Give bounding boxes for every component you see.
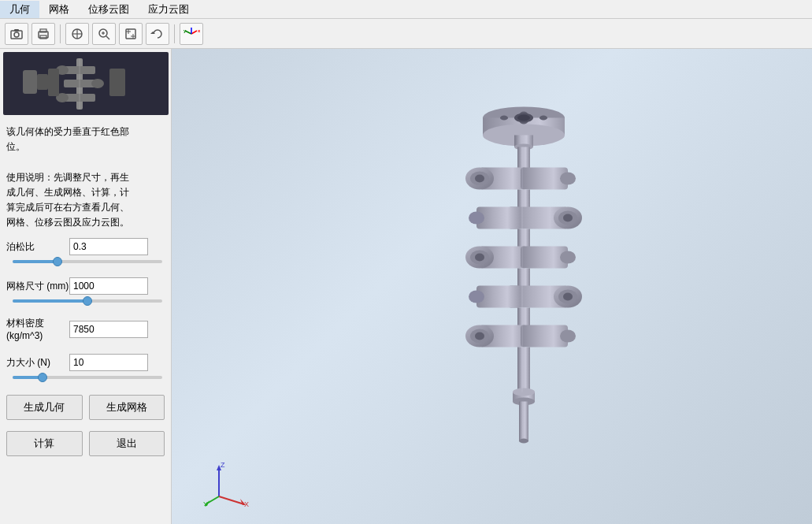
meshsize-row: 网格尺寸 (mm) (6, 277, 165, 295)
svg-point-1 (14, 32, 19, 37)
generate-mesh-button[interactable]: 生成网格 (89, 395, 165, 420)
svg-text:z: z (191, 27, 193, 28)
description-text: 该几何体的受力垂直于红色部 位。 使用说明：先调整尺寸，再生 成几何、生成网格、… (0, 118, 171, 233)
desc-line7: 网格、位移云图及应力云图。 (6, 215, 165, 230)
meshsize-slider-container (6, 298, 165, 307)
svg-point-66 (475, 253, 484, 261)
3d-viewport[interactable]: Z X Y (172, 49, 812, 524)
meshsize-label: 网格尺寸 (mm) (6, 280, 69, 293)
desc-line4: 使用说明：先调整尺寸，再生 (6, 170, 165, 185)
poisson-row: 泊松比 (6, 238, 165, 255)
poisson-slider[interactable] (13, 260, 162, 263)
desc-line6: 算完成后可在右方查看几何、 (6, 200, 165, 215)
meshsize-input[interactable] (69, 277, 148, 295)
button-row-2: 计算 退出 (0, 425, 171, 461)
svg-point-80 (475, 332, 484, 340)
svg-rect-83 (517, 347, 530, 394)
poisson-label: 泊松比 (6, 240, 69, 254)
svg-point-45 (517, 114, 530, 121)
menu-mesh[interactable]: 网格 (39, 1, 79, 18)
fit-button[interactable] (119, 23, 143, 45)
svg-point-52 (475, 174, 484, 182)
svg-point-68 (560, 251, 576, 263)
poisson-input[interactable] (69, 238, 148, 255)
left-panel: 该几何体的受力垂直于红色部 位。 使用说明：先调整尺寸，再生 成几何、生成网格、… (0, 49, 172, 524)
svg-point-42 (539, 115, 547, 120)
svg-point-54 (560, 172, 576, 184)
axes-indicator: Z X Y (203, 461, 243, 500)
generate-geometry-button[interactable]: 生成几何 (6, 395, 83, 420)
poisson-section: 泊松比 (0, 233, 171, 273)
meshsize-slider[interactable] (13, 299, 162, 303)
toolbar-sep-2 (174, 24, 175, 43)
density-row: 材料密度 (kg/m^3) (6, 317, 165, 341)
svg-text:x: x (198, 28, 200, 33)
axes-button[interactable]: x y z (180, 23, 203, 45)
svg-rect-33 (23, 70, 37, 94)
density-input[interactable] (69, 321, 148, 338)
svg-rect-4 (40, 29, 46, 32)
svg-line-19 (191, 31, 197, 34)
view-button[interactable] (65, 23, 89, 45)
exit-button[interactable]: 退出 (89, 431, 165, 456)
camera-button[interactable] (5, 23, 28, 45)
force-input[interactable] (69, 354, 148, 371)
menu-displacement[interactable]: 位移云图 (79, 1, 139, 18)
svg-point-82 (560, 329, 576, 342)
svg-text:Y: Y (203, 500, 208, 508)
svg-rect-5 (40, 35, 46, 39)
svg-point-88 (519, 438, 528, 443)
zoom-button[interactable] (92, 23, 116, 45)
force-label: 力大小 (N) (6, 356, 69, 370)
desc-line2: 位。 (6, 139, 165, 154)
poisson-slider-container (6, 258, 165, 268)
svg-point-75 (469, 290, 484, 303)
3d-model (398, 76, 650, 496)
toolbar-sep-1 (60, 24, 61, 43)
svg-text:Z: Z (221, 461, 225, 469)
button-row-1: 生成几何 生成网格 (0, 388, 171, 425)
svg-point-30 (91, 79, 104, 88)
svg-point-73 (563, 292, 573, 300)
svg-rect-34 (37, 74, 48, 90)
svg-text:X: X (244, 500, 249, 508)
force-section: 力大小 (N) (0, 349, 171, 388)
menu-geometry[interactable]: 几何 (0, 1, 39, 18)
force-slider[interactable] (13, 376, 162, 379)
svg-point-85 (513, 388, 535, 396)
calculate-button[interactable]: 计算 (6, 431, 83, 456)
menubar: 几何 网格 位移云图 应力云图 (0, 0, 812, 19)
svg-line-10 (106, 36, 109, 39)
meshsize-section: 网格尺寸 (mm) (0, 273, 171, 312)
svg-point-59 (563, 214, 573, 221)
svg-rect-87 (519, 401, 528, 440)
force-row: 力大小 (N) (6, 354, 165, 371)
svg-rect-13 (126, 29, 135, 39)
svg-rect-32 (109, 69, 125, 96)
model-preview (3, 52, 169, 115)
force-slider-container (6, 374, 165, 384)
svg-line-93 (219, 496, 244, 504)
svg-rect-2 (14, 29, 19, 32)
svg-point-61 (469, 211, 484, 224)
density-section: 材料密度 (kg/m^3) (0, 312, 171, 349)
main-layout: 该几何体的受力垂直于红色部 位。 使用说明：先调整尺寸，再生 成几何、生成网格、… (0, 49, 812, 524)
print-button[interactable] (32, 23, 55, 45)
rotate-button[interactable] (146, 23, 169, 45)
menu-stress[interactable]: 应力云图 (139, 1, 198, 18)
density-label: 材料密度 (kg/m^3) (6, 317, 69, 341)
svg-rect-35 (48, 69, 59, 96)
toolbar: x y z (0, 19, 812, 49)
desc-line5: 成几何、生成网格、计算，计 (6, 185, 165, 200)
svg-point-40 (500, 115, 508, 120)
desc-line1: 该几何体的受力垂直于红色部 (6, 124, 165, 139)
